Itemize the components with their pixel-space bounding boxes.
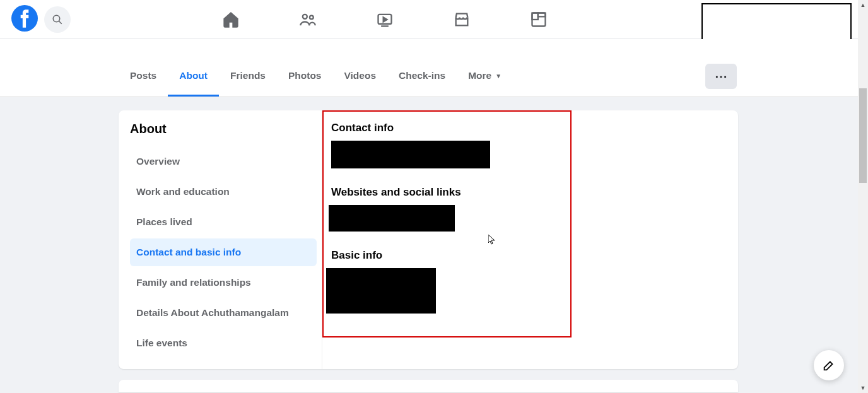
home-icon[interactable] — [221, 9, 241, 30]
redacted-contact-info — [331, 141, 490, 168]
watch-icon[interactable] — [375, 9, 395, 30]
search-button[interactable] — [44, 6, 71, 33]
tab-videos[interactable]: Videos — [333, 57, 388, 97]
groups-icon[interactable] — [529, 9, 549, 30]
sidebar-item-work[interactable]: Work and education — [130, 178, 317, 206]
tab-photos[interactable]: Photos — [277, 57, 333, 97]
svg-rect-8 — [532, 13, 538, 20]
about-title: About — [130, 122, 317, 136]
sidebar-item-label: Details About Achuthamangalam — [136, 307, 289, 319]
vertical-scrollbar[interactable]: ▲ ▼ — [858, 0, 868, 393]
scroll-down-arrow-icon[interactable]: ▼ — [858, 383, 868, 393]
compose-button[interactable] — [814, 350, 844, 380]
center-nav-icons — [221, 0, 549, 39]
section-basic-title: Basic info — [331, 249, 729, 262]
sidebar-item-label: Family and relationships — [136, 277, 251, 288]
sidebar-item-details[interactable]: Details About Achuthamangalam — [130, 299, 317, 327]
section-websites-title: Websites and social links — [331, 186, 729, 199]
next-card — [119, 380, 738, 392]
sidebar-item-label: Overview — [136, 156, 180, 167]
about-main-pane: Contact info Websites and social links B… — [322, 110, 738, 369]
redacted-websites-info — [329, 205, 455, 232]
about-sidebar: About Overview Work and education Places… — [119, 110, 322, 369]
section-contact-title: Contact info — [331, 122, 729, 134]
friends-icon[interactable] — [298, 9, 318, 30]
sidebar-item-label: Contact and basic info — [136, 247, 241, 258]
sidebar-item-contact[interactable]: Contact and basic info — [130, 238, 317, 266]
scroll-up-arrow-icon[interactable]: ▲ — [858, 0, 868, 10]
scrollbar-thumb[interactable] — [859, 88, 867, 183]
tab-about[interactable]: About — [168, 57, 219, 97]
caret-down-icon: ▼ — [495, 73, 501, 79]
tab-photos-label: Photos — [288, 70, 322, 81]
about-card: About Overview Work and education Places… — [119, 110, 738, 369]
sidebar-item-overview[interactable]: Overview — [130, 148, 317, 175]
sidebar-item-family[interactable]: Family and relationships — [130, 269, 317, 296]
tab-posts-label: Posts — [130, 70, 156, 81]
tab-checkins-label: Check-ins — [399, 70, 445, 81]
sidebar-item-life[interactable]: Life events — [130, 329, 317, 357]
profile-tabs: Posts About Friends Photos Videos Check-… — [119, 57, 513, 97]
tab-friends-label: Friends — [230, 70, 266, 81]
sidebar-item-label: Work and education — [136, 186, 230, 197]
search-icon — [52, 14, 63, 25]
svg-point-1 — [53, 15, 60, 22]
svg-point-3 — [303, 15, 307, 19]
more-options-button[interactable]: ⋯ — [705, 64, 737, 89]
tab-checkins[interactable]: Check-ins — [387, 57, 457, 97]
sidebar-item-label: Life events — [136, 337, 187, 349]
tab-about-label: About — [179, 70, 208, 81]
svg-rect-9 — [538, 13, 546, 17]
tab-more[interactable]: More ▼ — [457, 57, 513, 97]
sidebar-item-label: Places lived — [136, 216, 192, 228]
svg-point-4 — [310, 16, 314, 20]
compose-icon — [822, 358, 836, 372]
redacted-basic-info — [326, 268, 436, 314]
ellipsis-icon: ⋯ — [715, 69, 727, 84]
tab-posts[interactable]: Posts — [119, 57, 168, 97]
svg-line-2 — [59, 21, 62, 24]
marketplace-icon[interactable] — [452, 9, 472, 30]
facebook-logo-icon[interactable] — [11, 5, 38, 34]
sidebar-item-places[interactable]: Places lived — [130, 208, 317, 236]
profile-tabs-strip: Posts About Friends Photos Videos Check-… — [0, 39, 858, 97]
tab-more-label: More — [468, 70, 491, 81]
tab-videos-label: Videos — [344, 70, 377, 81]
top-nav — [0, 0, 858, 39]
tab-friends[interactable]: Friends — [219, 57, 277, 97]
